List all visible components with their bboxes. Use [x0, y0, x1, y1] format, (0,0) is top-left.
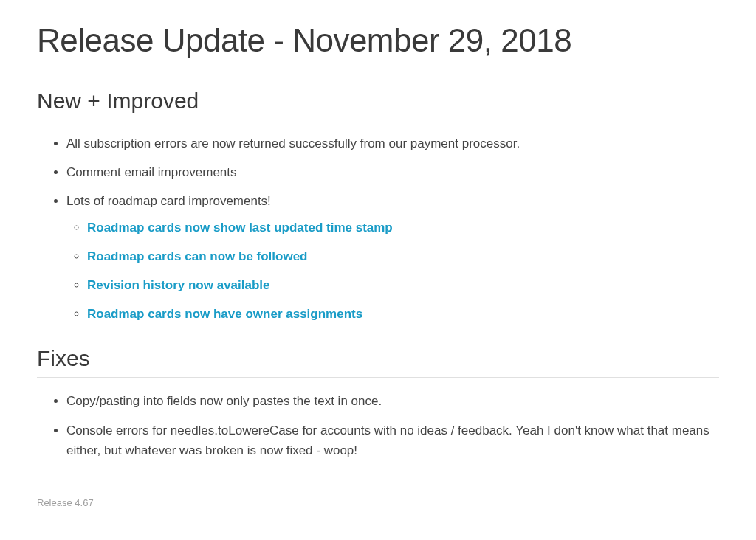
list-item: All subscription errors are now returned…: [66, 134, 719, 153]
section-heading-fixes: Fixes: [37, 346, 719, 378]
roadmap-sublist: Roadmap cards now show last updated time…: [66, 218, 719, 325]
new-improved-list: All subscription errors are now returned…: [37, 134, 719, 324]
list-item: Copy/pasting into fields now only pastes…: [66, 391, 719, 411]
release-version-footer: Release 4.67: [37, 497, 719, 508]
roadmap-link-timestamp[interactable]: Roadmap cards now show last updated time…: [87, 221, 393, 235]
list-item: Roadmap cards can now be followed: [87, 246, 719, 266]
section-heading-new-improved: New + Improved: [37, 89, 719, 120]
list-item: Roadmap cards now have owner assignments: [87, 304, 719, 324]
roadmap-link-followed[interactable]: Roadmap cards can now be followed: [87, 249, 308, 263]
page-title: Release Update - November 29, 2018: [37, 22, 719, 59]
list-item: Revision history now available: [87, 275, 719, 295]
fixes-list: Copy/pasting into fields now only pastes…: [37, 391, 719, 460]
list-item: Comment email improvements: [66, 162, 719, 182]
roadmap-link-owners[interactable]: Roadmap cards now have owner assignments: [87, 307, 362, 321]
list-item: Roadmap cards now show last updated time…: [87, 218, 719, 238]
roadmap-link-revision[interactable]: Revision history now available: [87, 278, 270, 292]
list-item: Lots of roadmap card improvements! Roadm…: [66, 191, 719, 324]
list-item-text: Lots of roadmap card improvements!: [66, 194, 271, 208]
list-item: Console errors for needles.toLowereCase …: [66, 420, 719, 460]
